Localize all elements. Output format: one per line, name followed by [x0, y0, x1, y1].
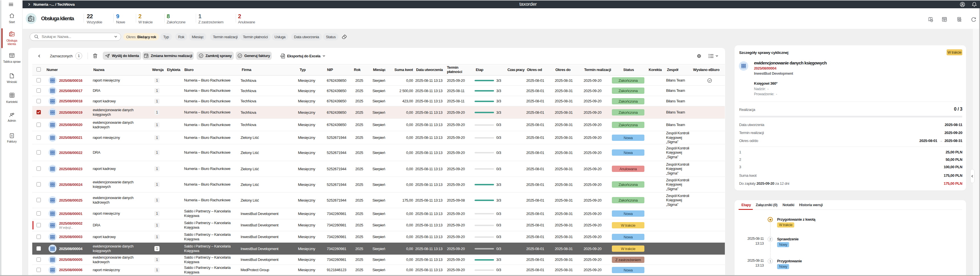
svg-text:XLSX: XLSX: [281, 56, 284, 57]
svg-text:$: $: [11, 134, 13, 137]
